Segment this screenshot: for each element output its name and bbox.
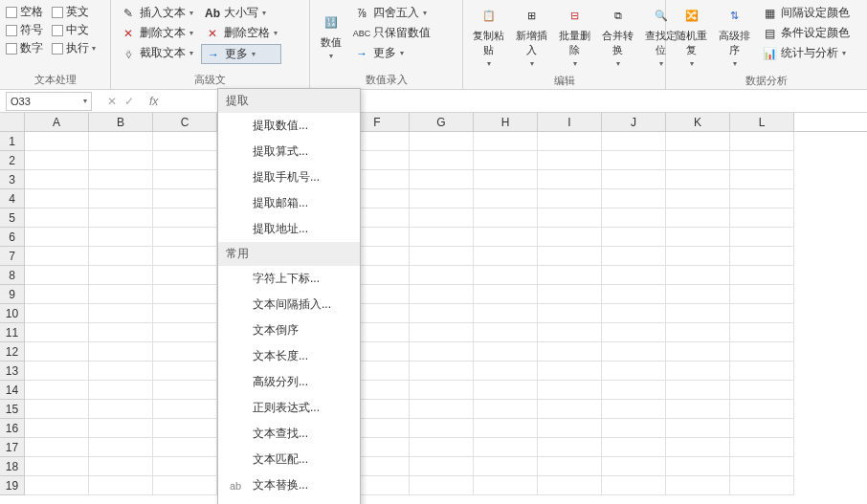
cell[interactable] [602, 247, 666, 266]
cell[interactable] [25, 170, 89, 189]
dropdown-item[interactable]: 批量替换... [218, 498, 360, 504]
cell[interactable] [25, 362, 89, 381]
dropdown-item[interactable]: 文本长度... [218, 343, 360, 369]
cell[interactable] [538, 189, 602, 208]
column-header[interactable]: A [25, 113, 89, 131]
cell[interactable] [666, 247, 730, 266]
cell[interactable] [730, 342, 794, 362]
cell[interactable] [730, 400, 794, 419]
more-button[interactable]: →更多▾ [201, 44, 281, 64]
cell[interactable] [153, 189, 217, 208]
dropdown-item[interactable]: 提取手机号... [218, 164, 360, 190]
cell[interactable] [602, 400, 666, 419]
cell[interactable] [410, 151, 474, 170]
cell[interactable] [89, 457, 153, 476]
cell[interactable] [474, 323, 538, 342]
cell[interactable] [474, 362, 538, 381]
cell[interactable] [89, 323, 153, 342]
cell[interactable] [538, 151, 602, 170]
cell[interactable] [538, 208, 602, 228]
cell[interactable] [474, 132, 538, 151]
row-header[interactable]: 4 [0, 189, 25, 208]
confirm-icon[interactable]: ✓ [124, 95, 134, 108]
checkbox[interactable] [6, 43, 17, 55]
row-header[interactable]: 1 [0, 132, 25, 151]
cell[interactable] [602, 342, 666, 362]
cell[interactable] [474, 189, 538, 208]
dropdown-item[interactable]: 提取邮箱... [218, 190, 360, 216]
cell[interactable] [410, 400, 474, 419]
cell[interactable] [666, 304, 730, 323]
cell[interactable] [89, 419, 153, 438]
dropdown-item[interactable]: 文本间隔插入... [218, 292, 360, 318]
cell[interactable] [89, 400, 153, 419]
cell[interactable] [25, 304, 89, 323]
cell[interactable] [153, 342, 217, 362]
cell[interactable] [538, 132, 602, 151]
cell[interactable] [89, 208, 153, 228]
cell[interactable] [153, 476, 217, 495]
cell[interactable] [602, 304, 666, 323]
cell[interactable] [602, 323, 666, 342]
cell[interactable] [25, 400, 89, 419]
cell[interactable] [538, 381, 602, 400]
cell[interactable] [474, 438, 538, 457]
cell[interactable] [25, 438, 89, 457]
stats-button[interactable]: 📊统计与分析▾ [758, 44, 854, 62]
row-header[interactable]: 17 [0, 438, 25, 457]
row-header[interactable]: 12 [0, 342, 25, 362]
cell[interactable] [25, 476, 89, 495]
checkbox[interactable] [52, 7, 63, 18]
cell[interactable] [25, 457, 89, 476]
cell[interactable] [25, 132, 89, 151]
cell[interactable] [25, 189, 89, 208]
name-box[interactable]: O33 ▾ [6, 92, 92, 111]
cell[interactable] [410, 132, 474, 151]
cell[interactable] [474, 228, 538, 247]
dropdown-item[interactable]: 文本倒序 [218, 318, 360, 343]
row-header[interactable]: 9 [0, 285, 25, 304]
cell[interactable] [666, 266, 730, 285]
cell[interactable] [730, 438, 794, 457]
cell[interactable] [538, 476, 602, 495]
cell[interactable] [538, 400, 602, 419]
cell[interactable] [538, 266, 602, 285]
cell[interactable] [89, 132, 153, 151]
cell[interactable] [25, 266, 89, 285]
cell[interactable] [730, 151, 794, 170]
cell[interactable] [666, 228, 730, 247]
sort-button[interactable]: ⇅高级排 序▾ [713, 2, 756, 70]
cell[interactable] [730, 285, 794, 304]
cell[interactable] [538, 457, 602, 476]
copy-paste-button[interactable]: 📋复制粘 贴▾ [467, 2, 510, 70]
dropdown-item[interactable]: 文本查找... [218, 421, 360, 447]
column-header[interactable]: H [474, 113, 538, 131]
batch-delete-button[interactable]: ⊟批量删 除▾ [553, 2, 596, 70]
fx-icon[interactable]: fx [149, 95, 158, 108]
cell[interactable] [730, 132, 794, 151]
cell[interactable] [538, 170, 602, 189]
cell[interactable] [153, 323, 217, 342]
cell[interactable] [730, 381, 794, 400]
cell[interactable] [666, 362, 730, 381]
cell[interactable] [602, 476, 666, 495]
cell[interactable] [474, 304, 538, 323]
column-header[interactable]: L [730, 113, 794, 131]
cell[interactable] [153, 438, 217, 457]
cell[interactable] [730, 323, 794, 342]
cell[interactable] [730, 304, 794, 323]
cell[interactable] [538, 247, 602, 266]
color-condition-button[interactable]: ▤条件设定颜色 [758, 24, 854, 42]
cell[interactable] [538, 342, 602, 362]
checkbox[interactable] [52, 43, 63, 55]
cell[interactable] [410, 228, 474, 247]
checkbox[interactable] [6, 7, 17, 18]
row-header[interactable]: 19 [0, 476, 25, 495]
cell[interactable] [153, 170, 217, 189]
cell[interactable] [602, 170, 666, 189]
select-all-corner[interactable] [0, 113, 25, 131]
dropdown-item[interactable]: 高级分列... [218, 369, 360, 395]
column-header[interactable]: J [602, 113, 666, 131]
cell[interactable] [474, 342, 538, 362]
cell[interactable] [602, 132, 666, 151]
